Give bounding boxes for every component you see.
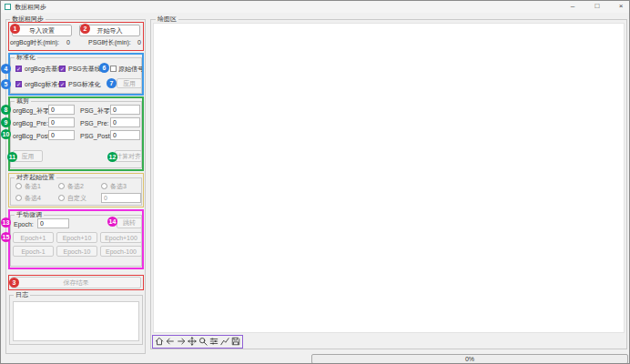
annotation-circle-13: 13 bbox=[1, 217, 11, 228]
title-bar: 数据粗同步 – □ × bbox=[1, 1, 629, 13]
annotation-circle-7: 7 bbox=[107, 78, 117, 88]
annotation-circle-1: 1 bbox=[10, 24, 20, 34]
epoch-label: Epoch: bbox=[14, 220, 34, 228]
home-icon[interactable] bbox=[155, 336, 164, 347]
annotation-circle-2: 2 bbox=[80, 24, 90, 34]
epoch-minus1-button[interactable]: Epoch-1 bbox=[13, 246, 54, 257]
app-window: 数据粗同步 – □ × 数据粗同步 导入设置 开始导入 orgBcg时长(min… bbox=[0, 0, 630, 364]
candidate2-label: 备选2 bbox=[67, 182, 84, 190]
zoom-icon[interactable] bbox=[198, 336, 208, 347]
pan-icon[interactable] bbox=[188, 336, 197, 347]
orgbcg-normalize-checkbox[interactable]: ✓ bbox=[15, 81, 22, 87]
epoch-minus10-button[interactable]: Epoch-10 bbox=[56, 246, 97, 257]
plot-group-label: 绘图区 bbox=[156, 15, 178, 23]
epoch-plus10-button[interactable]: Epoch+10 bbox=[56, 232, 97, 243]
annotation-circle-6: 6 bbox=[99, 63, 109, 73]
psg-normalize-checkbox[interactable]: ✓ bbox=[59, 81, 66, 87]
annotation-circle-5: 5 bbox=[1, 79, 11, 89]
psg-post-input[interactable] bbox=[110, 130, 140, 140]
plot-canvas[interactable] bbox=[153, 23, 625, 333]
annotation-circle-8: 8 bbox=[1, 105, 11, 115]
customize-plot-icon[interactable] bbox=[220, 336, 229, 347]
compute-align-button[interactable]: 计算对齐 bbox=[115, 150, 142, 162]
psg-pad-input[interactable] bbox=[110, 105, 140, 115]
epoch-minus100-button[interactable]: Epoch-100 bbox=[100, 246, 142, 257]
progress-bar: 0% bbox=[311, 354, 628, 364]
crop-group-label: 裁剪 bbox=[15, 97, 31, 105]
log-textarea[interactable] bbox=[13, 301, 139, 341]
check-icon: ✓ bbox=[16, 66, 21, 72]
back-icon[interactable] bbox=[166, 336, 175, 347]
candidate1-radio[interactable] bbox=[15, 183, 22, 189]
raw-signal-checkbox[interactable] bbox=[110, 66, 117, 72]
orgbcg-pad-label: orgBcg_补零: bbox=[13, 106, 51, 115]
minimize-button[interactable]: – bbox=[564, 1, 582, 12]
import-settings-button[interactable]: 导入设置 bbox=[12, 25, 72, 36]
epoch-plus100-button[interactable]: Epoch+100 bbox=[100, 232, 142, 243]
custom-label: 自定义 bbox=[67, 194, 86, 202]
window-title: 数据粗同步 bbox=[15, 3, 46, 12]
orgbcg-duration-value: 0 bbox=[66, 38, 70, 46]
candidate4-label: 备选4 bbox=[25, 194, 41, 202]
orgbcg-pre-input[interactable] bbox=[48, 117, 75, 127]
annotation-circle-10: 10 bbox=[1, 129, 11, 139]
candidate4-radio[interactable] bbox=[15, 195, 22, 201]
normalize-apply-button[interactable]: 应用 bbox=[117, 78, 142, 88]
normalize-group-label: 标准化 bbox=[15, 54, 37, 61]
annotation-circle-12: 12 bbox=[107, 152, 117, 162]
psg-normalize-label: PSG标准化 bbox=[68, 80, 101, 88]
annotation-circle-15: 15 bbox=[1, 232, 11, 242]
candidate3-radio[interactable] bbox=[101, 183, 107, 189]
save-figure-icon[interactable] bbox=[231, 336, 240, 347]
app-icon bbox=[5, 4, 11, 10]
check-icon: ✓ bbox=[60, 66, 65, 72]
psg-duration-value: 0 bbox=[137, 38, 141, 46]
forward-icon[interactable] bbox=[177, 336, 186, 347]
normalize-groupbox bbox=[10, 57, 142, 94]
orgbcg-pad-input[interactable] bbox=[48, 105, 75, 115]
log-group-label: 日志 bbox=[14, 291, 30, 298]
psg-pad-label: PSG_补零: bbox=[80, 106, 112, 115]
annotation-circle-3: 3 bbox=[9, 278, 19, 288]
psg-pre-label: PSG_Pre: bbox=[80, 119, 109, 127]
plot-toolbar bbox=[155, 336, 240, 347]
orgbcg-pre-label: orgBcg_Pre: bbox=[13, 119, 48, 127]
custom-radio[interactable] bbox=[58, 195, 65, 201]
subplots-icon[interactable] bbox=[209, 336, 218, 347]
orgbcg-detrend-checkbox[interactable]: ✓ bbox=[15, 66, 22, 72]
annotation-circle-4: 4 bbox=[1, 64, 11, 74]
orgbcg-duration-label: orgBcg时长(min): bbox=[10, 38, 59, 46]
left-panel-group-label: 数据粗同步 bbox=[10, 15, 46, 23]
jump-button[interactable]: 跳转 bbox=[117, 217, 142, 228]
check-icon: ✓ bbox=[16, 82, 21, 87]
close-button[interactable]: × bbox=[612, 1, 630, 12]
annotation-circle-14: 14 bbox=[107, 217, 117, 227]
candidate3-label: 备选3 bbox=[110, 182, 127, 190]
raw-signal-label: 原始信号 bbox=[118, 65, 144, 73]
check-icon: ✓ bbox=[60, 82, 65, 87]
candidate2-radio[interactable] bbox=[58, 183, 65, 189]
custom-start-input[interactable] bbox=[101, 193, 141, 203]
psg-detrend-label: PSG去基线 bbox=[68, 65, 101, 73]
annotation-circle-9: 9 bbox=[1, 117, 11, 127]
fine-tune-group-label: 手动微调 bbox=[15, 211, 44, 218]
orgbcg-normalize-label: orgBcg标准化 bbox=[25, 80, 64, 88]
orgbcg-detrend-label: orgBcg去基线 bbox=[25, 65, 64, 73]
psg-duration-label: PSG时长(min): bbox=[88, 38, 131, 46]
epoch-input[interactable] bbox=[37, 218, 69, 228]
psg-pre-input[interactable] bbox=[110, 117, 140, 127]
align-start-group-label: 对齐起始位置 bbox=[15, 174, 56, 181]
psg-detrend-checkbox[interactable]: ✓ bbox=[59, 66, 66, 72]
orgbcg-post-label: orgBcg_Post: bbox=[13, 132, 51, 140]
save-results-button[interactable]: 保存结果 bbox=[11, 277, 141, 288]
psg-post-label: PSG_Post: bbox=[80, 132, 112, 140]
maximize-button[interactable]: □ bbox=[588, 1, 606, 12]
orgbcg-post-input[interactable] bbox=[48, 130, 75, 140]
epoch-plus1-button[interactable]: Epoch+1 bbox=[13, 232, 54, 243]
annotation-circle-11: 11 bbox=[7, 152, 17, 162]
candidate1-label: 备选1 bbox=[25, 182, 41, 190]
